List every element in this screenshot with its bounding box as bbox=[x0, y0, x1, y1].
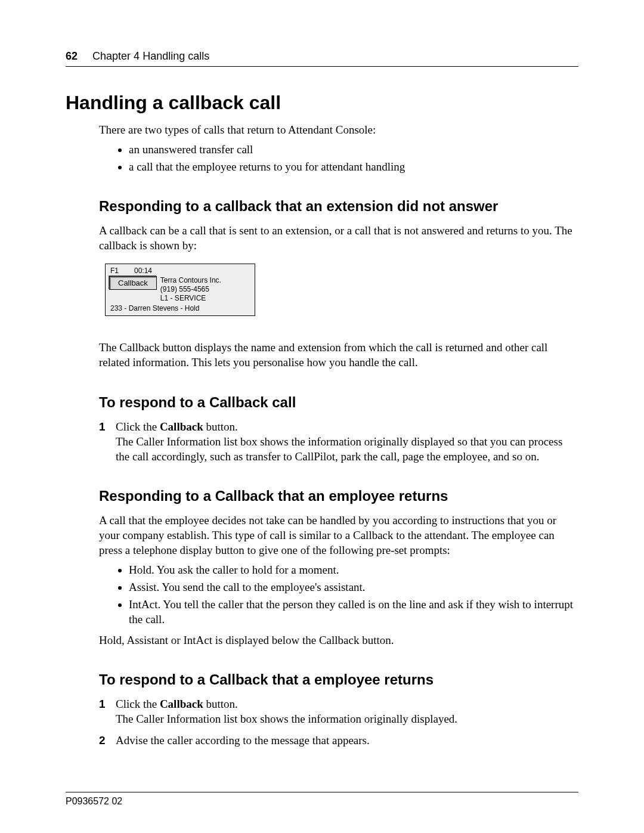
page-header: 62 Chapter 4 Handling calls bbox=[66, 50, 578, 65]
callback-word: Callback bbox=[160, 420, 203, 433]
chapter-label: Chapter 4 Handling calls bbox=[92, 50, 209, 62]
callback-line: L1 - SERVICE bbox=[160, 294, 251, 303]
callback-f-label: F1 bbox=[110, 267, 134, 275]
step-item: Click the Callback button. The Caller In… bbox=[99, 419, 578, 464]
list-item: a call that the employee returns to you … bbox=[129, 159, 578, 174]
numbered-steps: Click the Callback button. The Caller In… bbox=[99, 696, 578, 747]
section-heading: Responding to a callback that an extensi… bbox=[99, 198, 578, 215]
intro-bullet-list: an unanswered transfer call a call that … bbox=[66, 142, 578, 174]
step-text: Click the bbox=[116, 420, 160, 433]
step-body: The Caller Information list box shows th… bbox=[116, 435, 562, 463]
header-rule bbox=[66, 66, 578, 67]
body-paragraph: A call that the employee decides not tak… bbox=[99, 513, 578, 558]
step-item: Advise the caller according to the messa… bbox=[99, 733, 578, 748]
step-text: Click the bbox=[116, 698, 160, 710]
step-text: button. bbox=[203, 420, 238, 433]
step-item: Click the Callback button. The Caller In… bbox=[99, 696, 578, 726]
numbered-steps: Click the Callback button. The Caller In… bbox=[99, 419, 578, 464]
callback-company: Terra Contours Inc. bbox=[160, 276, 251, 285]
callback-phone: (919) 555-4565 bbox=[160, 285, 251, 294]
page-number: 62 bbox=[66, 50, 78, 62]
callback-word: Callback bbox=[160, 698, 203, 710]
callback-status: 233 - Darren Stevens - Hold bbox=[106, 303, 255, 315]
doc-number: P0936572 02 bbox=[66, 796, 578, 807]
prompt-bullet-list: Hold. You ask the caller to hold for a m… bbox=[66, 562, 578, 627]
page-title: Handling a callback call bbox=[66, 92, 578, 114]
list-item: Assist. You send the call to the employe… bbox=[129, 580, 578, 594]
step-text: button. bbox=[203, 698, 238, 710]
intro-paragraph: There are two types of calls that return… bbox=[99, 122, 578, 137]
body-paragraph: Hold, Assistant or IntAct is displayed b… bbox=[99, 633, 578, 648]
section-heading: To respond to a Callback that a employee… bbox=[99, 671, 578, 688]
callback-button[interactable]: Callback bbox=[109, 276, 157, 290]
list-item: Hold. You ask the caller to hold for a m… bbox=[129, 562, 578, 577]
section-heading: To respond to a Callback call bbox=[99, 394, 578, 411]
page-footer: P0936572 02 bbox=[66, 792, 578, 807]
list-item: IntAct. You tell the caller that the per… bbox=[129, 597, 578, 627]
step-body: Advise the caller according to the messa… bbox=[116, 733, 578, 748]
footer-rule bbox=[66, 792, 578, 792]
callback-time: 00:14 bbox=[134, 267, 152, 275]
step-body: The Caller Information list box shows th… bbox=[116, 713, 457, 725]
body-paragraph: The Callback button displays the name an… bbox=[99, 340, 578, 370]
section-heading: Responding to a Callback that an employe… bbox=[99, 488, 578, 504]
callback-panel: F1 00:14 Callback Terra Contours Inc. (9… bbox=[105, 264, 255, 316]
list-item: an unanswered transfer call bbox=[129, 142, 578, 157]
body-paragraph: A callback can be a call that is sent to… bbox=[99, 223, 578, 253]
